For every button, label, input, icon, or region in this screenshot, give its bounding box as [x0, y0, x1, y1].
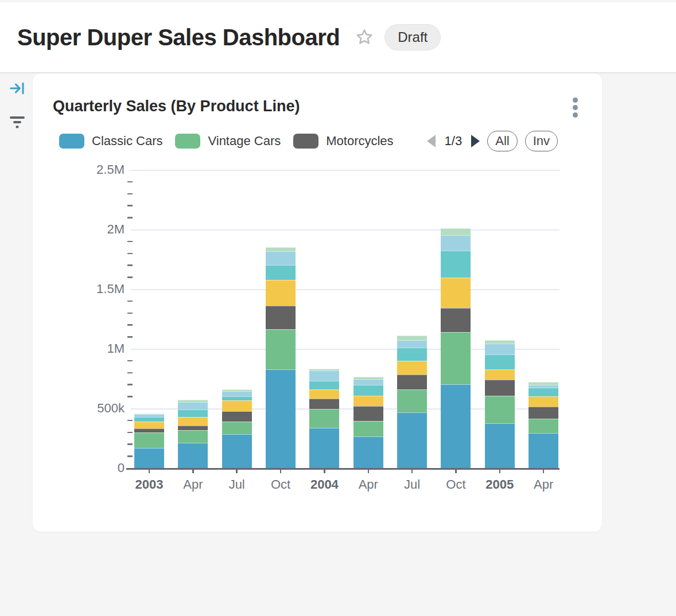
legend-item-vintage-cars[interactable]: Vintage Cars [175, 134, 281, 149]
canvas-toolbar [7, 79, 28, 131]
legend-invert-button[interactable]: Inv [525, 131, 558, 151]
bar-segment[interactable] [266, 306, 296, 329]
bar-segment[interactable] [441, 384, 471, 468]
bar-segment[interactable] [134, 448, 164, 468]
legend-item-motorcycles[interactable]: Motorcycles [293, 134, 393, 149]
bar-segment[interactable] [222, 396, 252, 400]
bar-segment[interactable] [309, 389, 339, 399]
legend-swatch [59, 134, 84, 149]
bar-segment[interactable] [441, 235, 471, 251]
bar-segment[interactable] [266, 369, 296, 468]
bar-segment[interactable] [266, 247, 296, 251]
legend-label: Classic Cars [92, 134, 162, 149]
bar-segment[interactable] [485, 369, 515, 380]
filter-button[interactable] [7, 112, 27, 131]
bar-segment[interactable] [485, 423, 515, 468]
bar-segment[interactable] [529, 396, 558, 407]
bar-segment[interactable] [134, 428, 164, 433]
bar-segment[interactable] [134, 417, 164, 422]
bar-segment[interactable] [134, 414, 164, 414]
bar-segment[interactable] [178, 430, 208, 442]
bar-segment[interactable] [266, 280, 296, 306]
bar-segment[interactable] [178, 410, 208, 417]
legend-prev-button[interactable] [427, 135, 436, 147]
bar-segment[interactable] [441, 308, 471, 332]
bar-segment[interactable] [178, 402, 208, 410]
legend-select-all-button[interactable]: All [487, 131, 517, 151]
y-axis-minor-tick [127, 181, 133, 183]
collapse-panel-button[interactable] [7, 79, 27, 98]
chart-card: Quarterly Sales (By Product Line) Classi… [33, 73, 602, 532]
legend-next-button[interactable] [471, 135, 480, 147]
bar-segment[interactable] [222, 434, 252, 468]
bar-segment[interactable] [134, 422, 164, 428]
y-axis-tick-label: 0 [33, 461, 125, 475]
bar-segment[interactable] [485, 380, 515, 396]
bar-segment[interactable] [353, 421, 383, 436]
bar-segment[interactable] [134, 432, 164, 447]
legend-page-indicator: 1/3 [445, 134, 463, 149]
bar-segment[interactable] [309, 409, 339, 428]
bar-segment[interactable] [222, 411, 252, 422]
bar-segment[interactable] [397, 412, 427, 468]
bar-segment[interactable] [134, 414, 164, 417]
bar-segment[interactable] [222, 389, 252, 391]
bar-segment[interactable] [178, 400, 208, 402]
x-axis-tick [192, 469, 194, 473]
bar-segment[interactable] [397, 336, 427, 340]
bar-segment[interactable] [441, 251, 471, 278]
x-axis-tick [236, 469, 238, 473]
y-axis-tick-label: 1M [33, 341, 125, 356]
bar-segment[interactable] [441, 278, 471, 308]
bar-segment[interactable] [309, 381, 339, 389]
x-axis-tick-label: Apr [518, 477, 569, 492]
bar-segment[interactable] [529, 385, 558, 388]
bar-segment[interactable] [397, 340, 427, 348]
bar-segment[interactable] [178, 443, 208, 468]
bar-segment[interactable] [397, 348, 427, 361]
bar-segment[interactable] [529, 382, 558, 385]
bar-segment[interactable] [485, 340, 515, 344]
y-axis-minor-tick [127, 384, 133, 385]
kebab-dot [573, 105, 578, 110]
card-menu-button[interactable] [570, 95, 580, 120]
dashboard-canvas: Quarterly Sales (By Product Line) Classi… [0, 73, 676, 613]
bar-segment[interactable] [353, 377, 383, 379]
y-axis-tick-label: 1.5M [33, 282, 125, 297]
favorite-star-icon[interactable] [355, 28, 374, 47]
bar-segment[interactable] [353, 396, 383, 406]
bar-segment[interactable] [353, 436, 383, 468]
bar-segment[interactable] [529, 388, 558, 396]
bar-segment[interactable] [309, 399, 339, 409]
bar-segment[interactable] [485, 344, 515, 354]
bar-segment[interactable] [222, 391, 252, 396]
status-badge: Draft [384, 24, 441, 50]
legend-item-classic-cars[interactable]: Classic Cars [59, 134, 162, 149]
bar-segment[interactable] [485, 354, 515, 370]
y-axis-minor-tick [127, 264, 133, 266]
bar-segment[interactable] [353, 385, 383, 396]
bar-segment[interactable] [397, 375, 427, 390]
bar-segment[interactable] [529, 433, 558, 468]
bar-segment[interactable] [353, 379, 383, 385]
y-axis-minor-tick [127, 455, 133, 457]
bar-segment[interactable] [397, 361, 427, 374]
bar-segment[interactable] [178, 417, 208, 426]
bar-segment[interactable] [222, 400, 252, 411]
bar-segment[interactable] [266, 251, 296, 265]
bar-segment[interactable] [266, 265, 296, 280]
bar-segment[interactable] [178, 426, 208, 430]
bar-segment[interactable] [266, 329, 296, 369]
bar-segment[interactable] [309, 369, 339, 371]
bar-segment[interactable] [441, 228, 471, 236]
bar-segment[interactable] [529, 407, 558, 419]
bar-segment[interactable] [309, 428, 339, 468]
bar-segment[interactable] [529, 419, 558, 433]
bar-segment[interactable] [222, 422, 252, 434]
x-axis-tick [499, 469, 501, 473]
bar-segment[interactable] [485, 396, 515, 423]
bar-segment[interactable] [309, 371, 339, 380]
bar-segment[interactable] [353, 406, 383, 422]
bar-segment[interactable] [441, 332, 471, 384]
bar-segment[interactable] [397, 389, 427, 412]
